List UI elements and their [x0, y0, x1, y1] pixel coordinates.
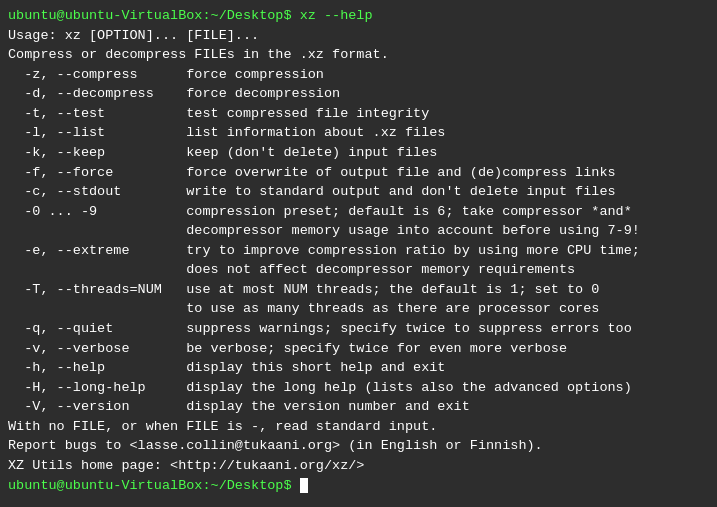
output-line: -V, --version display the version number…: [8, 397, 709, 417]
output-line: -k, --keep keep (don't delete) input fil…: [8, 143, 709, 163]
output-line: -h, --help display this short help and e…: [8, 358, 709, 378]
output-line: Compress or decompress FILEs in the .xz …: [8, 45, 709, 65]
output-line: XZ Utils home page: <http://tukaani.org/…: [8, 456, 709, 476]
output-line: does not affect decompressor memory requ…: [8, 260, 709, 280]
output-line: -T, --threads=NUM use at most NUM thread…: [8, 280, 709, 300]
output-line: Usage: xz [OPTION]... [FILE]...: [8, 26, 709, 46]
output-line: Report bugs to <lasse.collin@tukaani.org…: [8, 436, 709, 456]
output-line: to use as many threads as there are proc…: [8, 299, 709, 319]
terminal-output: ubuntu@ubuntu-VirtualBox:~/Desktop$ xz -…: [8, 6, 709, 495]
terminal-window[interactable]: ubuntu@ubuntu-VirtualBox:~/Desktop$ xz -…: [0, 0, 717, 507]
cursor: [300, 478, 308, 493]
prompt-text: ubuntu@ubuntu-VirtualBox:~/Desktop$: [8, 478, 300, 493]
output-line: -z, --compress force compression: [8, 65, 709, 85]
output-line: -l, --list list information about .xz fi…: [8, 123, 709, 143]
prompt-line: ubuntu@ubuntu-VirtualBox:~/Desktop$ xz -…: [8, 6, 709, 26]
output-line: decompressor memory usage into account b…: [8, 221, 709, 241]
prompt-end-line: ubuntu@ubuntu-VirtualBox:~/Desktop$: [8, 476, 709, 496]
output-line: -t, --test test compressed file integrit…: [8, 104, 709, 124]
output-line: -f, --force force overwrite of output fi…: [8, 163, 709, 183]
output-line: -e, --extreme try to improve compression…: [8, 241, 709, 261]
output-line: -0 ... -9 compression preset; default is…: [8, 202, 709, 222]
output-line: -q, --quiet suppress warnings; specify t…: [8, 319, 709, 339]
output-line: -c, --stdout write to standard output an…: [8, 182, 709, 202]
output-line: With no FILE, or when FILE is -, read st…: [8, 417, 709, 437]
prompt-text: ubuntu@ubuntu-VirtualBox:~/Desktop$ xz -…: [8, 8, 373, 23]
output-line: -d, --decompress force decompression: [8, 84, 709, 104]
output-line: -H, --long-help display the long help (l…: [8, 378, 709, 398]
output-line: -v, --verbose be verbose; specify twice …: [8, 339, 709, 359]
